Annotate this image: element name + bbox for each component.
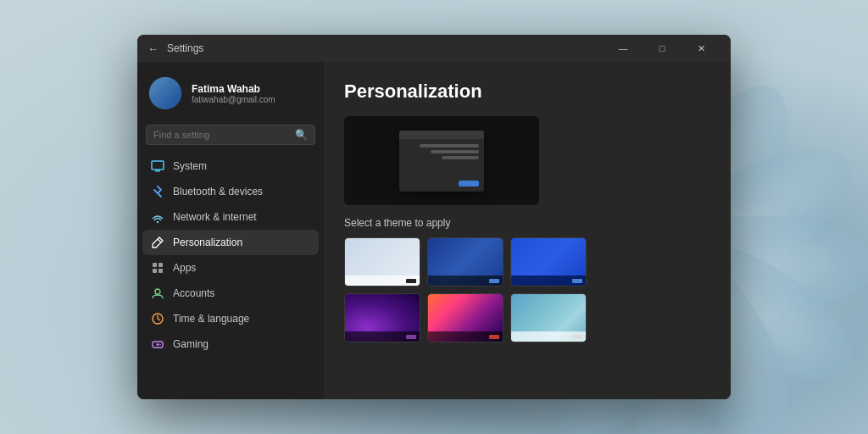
sidebar-item-gaming[interactable]: Gaming	[142, 331, 319, 357]
avatar[interactable]	[149, 77, 181, 109]
maximize-button[interactable]: □	[643, 35, 682, 62]
taskbar-dot-5	[489, 335, 499, 339]
minimize-button[interactable]: —	[604, 35, 643, 62]
theme-card-dark[interactable]	[427, 237, 504, 287]
sidebar-label-system: System	[173, 160, 207, 172]
search-box[interactable]: 🔍	[146, 125, 315, 145]
theme-card-flow[interactable]	[510, 293, 587, 342]
close-button[interactable]: ✕	[682, 35, 721, 62]
apps-icon	[151, 261, 164, 275]
preview-line-2	[431, 150, 479, 153]
sidebar-item-system[interactable]: System	[142, 153, 319, 179]
sidebar-item-bluetooth[interactable]: Bluetooth & devices	[142, 179, 319, 204]
window-content: Fatima Wahab fatiwahab@gmail.com 🔍 Syste…	[137, 62, 731, 399]
theme-card-motion[interactable]	[427, 293, 504, 342]
system-icon	[151, 159, 164, 173]
user-name: Fatima Wahab	[192, 83, 275, 95]
user-section: Fatima Wahab fatiwahab@gmail.com	[137, 69, 324, 121]
sidebar: Fatima Wahab fatiwahab@gmail.com 🔍 Syste…	[137, 62, 324, 399]
preview-window	[399, 131, 484, 192]
search-input[interactable]	[153, 130, 290, 140]
svg-point-20	[155, 289, 160, 294]
sidebar-item-network[interactable]: Network & internet	[142, 204, 319, 230]
sidebar-label-bluetooth: Bluetooth & devices	[173, 186, 263, 198]
bluetooth-icon	[151, 185, 164, 198]
search-icon: 🔍	[295, 129, 308, 141]
sidebar-item-personalization[interactable]: Personalization	[142, 230, 319, 255]
taskbar-dot-1	[406, 279, 416, 283]
svg-point-27	[159, 344, 161, 346]
theme-taskbar-6	[511, 331, 586, 342]
svg-rect-17	[159, 263, 163, 267]
titlebar: ← Settings — □ ✕	[137, 35, 731, 62]
svg-rect-18	[153, 269, 157, 273]
theme-grid	[344, 237, 710, 342]
user-info: Fatima Wahab fatiwahab@gmail.com	[192, 83, 275, 104]
user-email: fatiwahab@gmail.com	[192, 95, 275, 104]
theme-card-light[interactable]	[344, 237, 420, 287]
svg-rect-12	[152, 161, 164, 170]
preview-line-3	[442, 156, 479, 159]
theme-taskbar-1	[345, 275, 420, 286]
gaming-icon	[151, 337, 164, 351]
svg-rect-16	[153, 263, 157, 267]
taskbar-dot-6	[572, 335, 582, 339]
preview-button	[459, 181, 479, 186]
sidebar-label-gaming: Gaming	[173, 338, 209, 350]
window-controls: — □ ✕	[604, 35, 721, 62]
avatar-image	[149, 77, 181, 109]
main-panel: Personalization Select a theme to apply	[324, 62, 731, 399]
select-theme-label: Select a theme to apply	[344, 217, 710, 229]
sidebar-item-time[interactable]: Time & language	[142, 306, 319, 331]
sidebar-label-time: Time & language	[173, 313, 249, 325]
sidebar-label-network: Network & internet	[173, 211, 257, 223]
taskbar-dot-3	[572, 279, 582, 283]
nav-items: System Bluetooth & devices Network & int…	[137, 153, 324, 357]
theme-taskbar-5	[428, 331, 503, 342]
svg-rect-13	[155, 170, 160, 172]
accounts-icon	[151, 287, 164, 300]
svg-line-15	[158, 239, 161, 242]
sidebar-item-apps[interactable]: Apps	[142, 255, 319, 281]
network-icon	[151, 210, 164, 224]
sidebar-label-accounts: Accounts	[173, 287, 214, 299]
window-title: Settings	[167, 42, 604, 54]
sidebar-label-personalization: Personalization	[173, 236, 242, 248]
settings-window: ← Settings — □ ✕ Fatima Wahab fatiwahab@…	[137, 35, 731, 399]
svg-line-23	[158, 319, 160, 320]
theme-card-glow[interactable]	[344, 293, 420, 342]
personalization-icon	[151, 236, 164, 249]
preview-content	[399, 139, 484, 192]
theme-taskbar-3	[511, 275, 586, 286]
preview-line-1	[420, 144, 479, 147]
sidebar-item-accounts[interactable]: Accounts	[142, 281, 319, 306]
preview-titlebar	[399, 131, 484, 139]
svg-point-14	[157, 221, 159, 223]
back-button[interactable]: ←	[147, 42, 159, 55]
taskbar-dot-4	[406, 335, 416, 339]
theme-taskbar-2	[428, 275, 503, 286]
taskbar-dot-2	[489, 279, 499, 283]
sidebar-label-apps: Apps	[173, 262, 196, 274]
theme-card-blue[interactable]	[510, 237, 587, 287]
theme-preview-box	[344, 116, 539, 205]
page-title: Personalization	[344, 81, 710, 103]
svg-rect-19	[159, 269, 163, 273]
theme-taskbar-4	[345, 331, 420, 342]
time-icon	[151, 312, 164, 326]
